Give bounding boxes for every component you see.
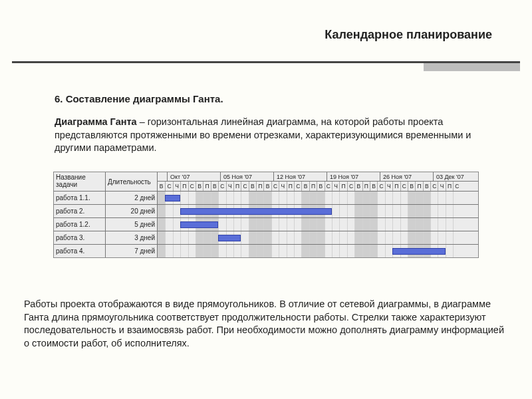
day-header: П: [309, 182, 317, 191]
gantt-timeline-header: Окт '0705 Ноя '0712 Ноя '0719 Ноя '0726 …: [158, 172, 478, 191]
day-header: С: [218, 182, 225, 191]
day-header: С: [377, 182, 384, 191]
day-header: Ч: [438, 182, 445, 191]
col-header-duration: Длительность: [106, 172, 158, 191]
gantt-bar: [218, 235, 241, 241]
day-header: П: [203, 182, 210, 191]
day-header: В: [263, 182, 271, 191]
gantt-week-band: Окт '0705 Ноя '0712 Ноя '0719 Ноя '0726 …: [158, 172, 478, 182]
gantt-row: работа 2. 20 дней: [54, 204, 478, 217]
day-header: С: [400, 182, 408, 191]
week-header: 26 Ноя '07: [380, 172, 433, 181]
day-header: П: [256, 182, 263, 191]
task-name: работа 1.1.: [54, 192, 106, 204]
gantt-bar-cell: [158, 218, 478, 231]
day-header: Ч: [385, 182, 392, 191]
day-header: В: [158, 182, 165, 191]
day-header: В: [211, 182, 218, 191]
day-header: В: [317, 182, 324, 191]
day-header: П: [233, 182, 241, 191]
task-duration: 2 дней: [106, 192, 158, 204]
task-name: работа 3.: [54, 231, 106, 244]
week-header: [158, 172, 167, 181]
day-header: П: [392, 182, 400, 191]
day-header: Ч: [332, 182, 339, 191]
day-header: С: [188, 182, 196, 191]
day-header: В: [196, 182, 203, 191]
gantt-row: работа 1.2. 5 дней: [54, 217, 478, 231]
day-header: В: [301, 182, 309, 191]
page-title: Календарное планирование: [325, 28, 492, 42]
task-name: работа 1.2.: [54, 218, 106, 231]
divider-accent: [424, 63, 520, 71]
week-header: 03 Дек '07: [433, 172, 478, 181]
day-header: П: [362, 182, 370, 191]
task-duration: 5 дней: [106, 218, 158, 231]
day-header: С: [294, 182, 301, 191]
gantt-chart: Название задачи Длительность Окт '0705 Н…: [53, 172, 479, 258]
gantt-bar-cell: [158, 231, 478, 244]
day-header: П: [446, 182, 453, 191]
day-header: В: [408, 182, 415, 191]
day-header: П: [415, 182, 422, 191]
day-header: С: [325, 182, 332, 191]
task-name: работа 2.: [54, 205, 106, 217]
day-header: С: [271, 182, 279, 191]
gantt-row: работа 3. 3 дней: [54, 231, 478, 244]
day-header: В: [354, 182, 362, 191]
day-header: С: [453, 182, 460, 191]
day-header: С: [347, 182, 354, 191]
day-header: С: [165, 182, 172, 191]
definition-paragraph: Диаграмма Ганта – горизонтальная линейна…: [55, 116, 485, 155]
section-heading: 6. Составление диаграммы Ганта.: [55, 93, 223, 104]
gantt-row: работа 1.1. 2 дней: [54, 191, 478, 204]
day-header: В: [370, 182, 377, 191]
gantt-bar: [180, 208, 332, 215]
week-header: Окт '07: [167, 172, 220, 181]
week-header: 19 Ноя '07: [327, 172, 380, 181]
week-header: 12 Ноя '07: [273, 172, 327, 181]
task-duration: 3 дней: [106, 231, 158, 244]
day-header: Ч: [279, 182, 286, 191]
week-header: 05 Ноя '07: [220, 172, 273, 181]
day-header: П: [287, 182, 294, 191]
task-duration: 7 дней: [106, 245, 158, 257]
gantt-bar-cell: [158, 205, 478, 217]
day-header: П: [339, 182, 346, 191]
day-header: С: [430, 182, 438, 191]
gantt-day-band: ВСЧПСВПВСЧПСВПВСЧПСВПВСЧПСВПВСЧПСВПВСЧПС: [158, 182, 478, 191]
day-header: П: [180, 182, 188, 191]
day-header: В: [249, 182, 256, 191]
gantt-bar-cell: [158, 192, 478, 204]
day-header: Ч: [226, 182, 233, 191]
day-header: С: [241, 182, 248, 191]
gantt-bar: [180, 221, 218, 228]
task-name: работа 4.: [54, 245, 106, 257]
gantt-bar: [165, 195, 180, 201]
explanation-paragraph: Работы проекта отображаются в виде прямо…: [24, 298, 508, 350]
day-header: Ч: [173, 182, 180, 191]
day-header: В: [423, 182, 430, 191]
gantt-bar: [392, 248, 446, 255]
col-header-name: Название задачи: [54, 172, 106, 191]
task-duration: 20 дней: [106, 205, 158, 217]
term-bold: Диаграмма Ганта: [55, 116, 137, 127]
gantt-bar-cell: [158, 245, 478, 257]
gantt-row: работа 4. 7 дней: [54, 244, 478, 257]
